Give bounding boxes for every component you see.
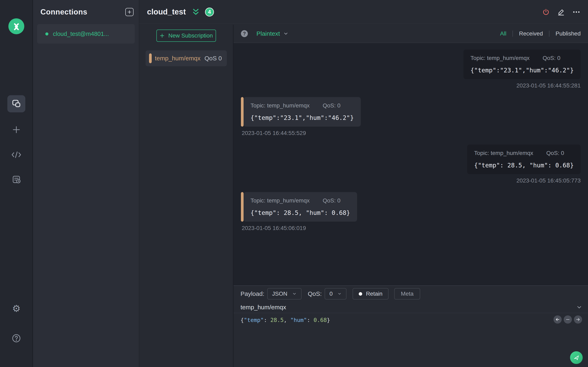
send-button[interactable] xyxy=(570,351,583,364)
subscription-item[interactable]: temp_hum/emqx QoS 0 xyxy=(146,50,227,66)
payload-format-label: Payload: xyxy=(241,290,264,297)
paper-plane-icon xyxy=(573,354,580,361)
message-topic: Topic: temp_hum/emqx xyxy=(251,102,310,109)
collapse-panel-icon[interactable] xyxy=(192,8,200,16)
message-timestamp: 2023-01-05 16:45:06:019 xyxy=(242,225,306,231)
subscription-topic: temp_hum/emqx xyxy=(155,55,200,62)
payload-format-help-icon[interactable]: ? xyxy=(241,30,248,37)
more-options-button[interactable] xyxy=(572,8,580,16)
new-connection-icon[interactable] xyxy=(0,125,33,134)
topic-color-bar xyxy=(241,97,243,127)
connection-header: cloud_test 4 xyxy=(139,0,588,24)
plus-icon xyxy=(159,33,165,38)
pencil-icon xyxy=(557,8,565,16)
arrow-left-icon xyxy=(555,317,560,322)
message-payload: {"temp": 28.5, "hum": 0.68} xyxy=(251,209,350,216)
settings-icon[interactable]: ⚙ xyxy=(0,304,33,313)
mqttx-logo-icon xyxy=(8,18,24,34)
connection-name: cloud_test@m4801... xyxy=(53,31,109,37)
subscriptions-panel: New Subscription temp_hum/emqx QoS 0 xyxy=(139,25,233,367)
message-payload: {"temp":"23.1","hum":"46.2"} xyxy=(251,114,354,121)
minus-icon xyxy=(565,317,570,322)
chevron-down-icon xyxy=(292,292,297,296)
history-navigation xyxy=(553,315,582,324)
message-qos: QoS: 0 xyxy=(543,55,561,61)
help-icon[interactable] xyxy=(0,333,33,343)
power-icon xyxy=(542,8,550,16)
retain-indicator-dot xyxy=(359,292,362,296)
add-connection-button[interactable] xyxy=(125,8,134,16)
message-count-badge: 4 xyxy=(205,8,214,17)
message-timestamp: 2023-01-05 16:45:05:773 xyxy=(517,177,581,184)
publish-panel: Payload: JSON QoS: 0 Retain Meta {"temp" xyxy=(233,285,588,367)
connections-panel: Connections cloud_test@m4801... xyxy=(33,0,139,367)
connection-title: cloud_test xyxy=(147,8,186,16)
tab-received[interactable]: Received xyxy=(519,30,543,37)
payload-editor[interactable]: {"temp": 28.5, "hum": 0.68} xyxy=(233,313,588,327)
message-card: Topic: temp_hum/emqx QoS: 0 {"temp":"23.… xyxy=(243,97,361,127)
received-message: Topic: temp_hum/emqx QoS: 0 {"temp":"23.… xyxy=(241,97,361,136)
history-prev-button[interactable] xyxy=(553,315,562,324)
app-sidebar: ⚙ xyxy=(0,0,33,367)
message-qos: QoS: 0 xyxy=(546,150,564,156)
message-type-tabs: All Received Published xyxy=(500,30,581,37)
payload-format-select[interactable]: JSON xyxy=(267,288,302,300)
message-timestamp: 2023-01-05 16:44:55:529 xyxy=(242,130,306,136)
message-topic: Topic: temp_hum/emqx xyxy=(474,150,533,156)
publish-topic-row xyxy=(233,302,588,313)
tab-published[interactable]: Published xyxy=(555,30,581,37)
retain-toggle[interactable]: Retain xyxy=(353,288,389,300)
log-icon[interactable] xyxy=(0,175,33,184)
qos-select[interactable]: 0 xyxy=(325,288,347,300)
edit-connection-button[interactable] xyxy=(557,8,565,16)
topic-color-bar xyxy=(149,53,152,63)
message-format-select[interactable]: Plaintext xyxy=(256,30,288,37)
publish-toolbar: Payload: JSON QoS: 0 Retain Meta xyxy=(233,286,588,302)
topic-input[interactable] xyxy=(241,304,547,311)
tab-all[interactable]: All xyxy=(500,30,506,37)
message-qos: QoS: 0 xyxy=(323,102,340,109)
message-filter-bar: ? Plaintext All Received Published xyxy=(233,25,588,43)
new-subscription-button[interactable]: New Subscription xyxy=(156,30,216,42)
ellipsis-icon xyxy=(572,8,580,16)
message-timestamp: 2023-01-05 16:44:55:281 xyxy=(517,82,581,89)
message-card: Topic: temp_hum/emqx QoS: 0 {"temp": 28.… xyxy=(467,145,581,174)
chevron-down-icon xyxy=(337,292,342,296)
script-icon[interactable] xyxy=(0,150,33,159)
message-payload: {"temp": 28.5, "hum": 0.68} xyxy=(474,162,574,169)
message-card: Topic: temp_hum/emqx QoS: 0 {"temp": 28.… xyxy=(243,192,357,222)
plus-icon xyxy=(127,10,132,14)
connections-title: Connections xyxy=(40,8,87,16)
connections-icon[interactable] xyxy=(7,95,25,112)
connection-list-item[interactable]: cloud_test@m4801... xyxy=(37,24,135,44)
published-message: Topic: temp_hum/emqx QoS: 0 {"temp": 28.… xyxy=(467,145,581,184)
chevron-down-icon xyxy=(283,31,288,36)
meta-button[interactable]: Meta xyxy=(394,288,420,300)
message-topic: Topic: temp_hum/emqx xyxy=(251,197,310,204)
arrow-right-icon xyxy=(576,317,580,322)
message-payload: {"temp":"23.1","hum":"46.2"} xyxy=(470,67,574,74)
message-qos: QoS: 0 xyxy=(323,197,340,204)
disconnect-button[interactable] xyxy=(542,8,550,16)
received-message: Topic: temp_hum/emqx QoS: 0 {"temp": 28.… xyxy=(241,192,357,231)
published-message: Topic: temp_hum/emqx QoS: 0 {"temp":"23.… xyxy=(463,50,581,89)
message-stream: Topic: temp_hum/emqx QoS: 0 {"temp":"23.… xyxy=(233,43,588,285)
history-clear-button[interactable] xyxy=(564,315,572,324)
history-next-button[interactable] xyxy=(574,315,582,324)
connected-status-dot xyxy=(45,33,48,35)
collapse-editor-icon[interactable] xyxy=(576,304,582,310)
message-card: Topic: temp_hum/emqx QoS: 0 {"temp":"23.… xyxy=(463,50,581,79)
qos-label: QoS: xyxy=(308,290,321,297)
message-topic: Topic: temp_hum/emqx xyxy=(470,55,529,61)
topic-color-bar xyxy=(241,192,243,222)
subscription-qos: QoS 0 xyxy=(204,55,222,62)
